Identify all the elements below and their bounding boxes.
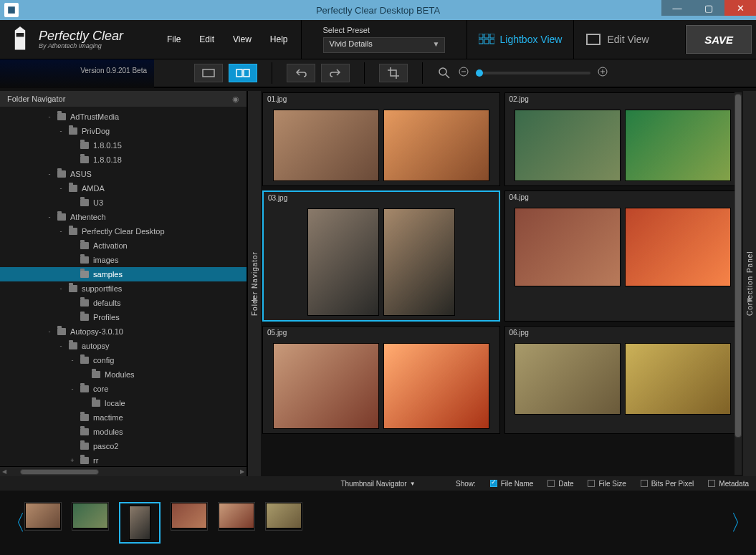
tree-item[interactable]: 1.8.0.18: [0, 153, 247, 167]
tree-item[interactable]: -config: [0, 353, 247, 367]
image-cell[interactable]: 04.jpg: [504, 190, 742, 322]
tree-item[interactable]: -PrivDog: [0, 124, 247, 138]
tree-item[interactable]: -autopsy: [0, 339, 247, 353]
main-menu: FileEditViewHelp: [154, 20, 301, 59]
edit-view-group: Edit View: [573, 20, 660, 59]
tree-item[interactable]: Profiles: [0, 310, 247, 324]
strip-thumb[interactable]: [119, 502, 161, 544]
folder-tree[interactable]: -AdTrustMedia-PrivDog1.8.0.151.8.0.18-AS…: [0, 107, 247, 466]
show-option[interactable]: Metadata: [708, 480, 749, 488]
undo-button[interactable]: [287, 64, 315, 82]
zoom-out-button[interactable]: [457, 67, 470, 79]
tree-item[interactable]: -AMDA: [0, 181, 247, 196]
single-layout-button[interactable]: [194, 64, 223, 82]
tree-item[interactable]: +rr: [0, 453, 247, 466]
tree-item[interactable]: images: [0, 253, 247, 267]
tree-item[interactable]: -AdTrustMedia: [0, 110, 247, 124]
folder-panel: Folder Navigator ◉ -AdTrustMedia-PrivDog…: [0, 91, 248, 476]
svg-point-2: [18, 29, 21, 32]
header: Perfectly Clear By Athentech Imaging Fil…: [0, 20, 756, 59]
thumbnail-navigator-toggle[interactable]: Thumbnail Navigator▼: [340, 480, 415, 488]
correction-panel-strip[interactable]: ◀ Correction Panel: [743, 91, 756, 476]
preset-select[interactable]: Vivid Details: [323, 37, 445, 53]
show-label: Show:: [456, 480, 476, 488]
menu-edit[interactable]: Edit: [199, 34, 214, 44]
strip-prev-button[interactable]: 〈: [4, 508, 26, 538]
svg-point-13: [439, 68, 446, 75]
tree-item[interactable]: U3: [0, 196, 247, 210]
svg-rect-12: [244, 69, 249, 77]
menu-file[interactable]: File: [167, 34, 181, 44]
menu-view[interactable]: View: [233, 34, 252, 44]
split-layout-button[interactable]: [229, 64, 257, 82]
tree-item[interactable]: -Autopsy-3.0.10: [0, 324, 247, 339]
titlebar: Perfectly Clear Desktop BETA — ▢ ✕: [0, 0, 756, 20]
strip-thumb[interactable]: [265, 502, 302, 531]
menu-help[interactable]: Help: [270, 34, 288, 44]
brand-name: Perfectly Clear: [39, 29, 123, 42]
image-cell[interactable]: 02.jpg: [504, 92, 742, 186]
tree-item[interactable]: defaults: [0, 296, 247, 310]
show-option[interactable]: Date: [547, 480, 573, 488]
show-option[interactable]: Bits Per Pixel: [641, 480, 694, 488]
tree-item[interactable]: -ASUS: [0, 167, 247, 181]
app-icon: [4, 3, 19, 17]
tree-item[interactable]: -Perfectly Clear Desktop: [0, 224, 247, 238]
view-buttons: Lightbox View: [466, 20, 574, 59]
svg-rect-0: [8, 6, 15, 14]
svg-rect-10: [203, 69, 214, 77]
tree-item[interactable]: samples: [0, 267, 247, 281]
footer: Thumbnail Navigator▼ Show: File NameDate…: [0, 476, 756, 555]
minimize-button[interactable]: —: [661, 0, 693, 16]
main-area: Folder Navigator ◉ -AdTrustMedia-PrivDog…: [0, 91, 756, 476]
maximize-button[interactable]: ▢: [693, 0, 724, 16]
show-option[interactable]: File Size: [588, 480, 626, 488]
svg-rect-9: [587, 34, 600, 44]
tree-item[interactable]: -core: [0, 382, 247, 396]
lightbox-view-button[interactable]: Lightbox View: [479, 34, 563, 45]
save-button[interactable]: SAVE: [685, 25, 752, 54]
image-cell[interactable]: 06.jpg: [504, 326, 742, 434]
close-button[interactable]: ✕: [724, 0, 756, 16]
folder-panel-header: Folder Navigator ◉: [0, 91, 247, 107]
thumbnail-strip: 〈 〉: [0, 491, 756, 555]
grid-icon: [479, 34, 494, 45]
tree-item[interactable]: locale: [0, 396, 247, 410]
tree-scrollbar[interactable]: ◀ ▶: [0, 466, 247, 476]
strip-thumb[interactable]: [72, 502, 109, 531]
strip-thumb[interactable]: [24, 502, 62, 531]
tree-item[interactable]: -Athentech: [0, 210, 247, 224]
refresh-icon[interactable]: ◉: [232, 95, 239, 104]
tree-item[interactable]: modules: [0, 425, 247, 439]
svg-rect-6: [479, 39, 483, 44]
zoom-icon: [437, 67, 451, 79]
zoom-slider[interactable]: [476, 72, 590, 74]
image-grid: 01.jpg02.jpg03.jpg04.jpg05.jpg06.jpg: [261, 91, 743, 476]
edit-view-button[interactable]: Edit View: [585, 34, 649, 45]
tree-item[interactable]: pasco2: [0, 439, 247, 453]
single-icon: [585, 34, 601, 45]
folder-navigator-strip[interactable]: ◀ Folder Navigator: [248, 91, 261, 476]
footer-bar: Thumbnail Navigator▼ Show: File NameDate…: [0, 476, 756, 491]
show-option[interactable]: File Name: [490, 480, 534, 488]
image-cell[interactable]: 01.jpg: [262, 92, 500, 186]
image-cell[interactable]: 05.jpg: [262, 326, 500, 434]
tree-item[interactable]: Modules: [0, 367, 247, 382]
image-cell[interactable]: 03.jpg: [262, 190, 500, 322]
strip-thumb[interactable]: [171, 502, 208, 531]
tree-item[interactable]: Activation: [0, 238, 247, 253]
zoom-in-button[interactable]: [596, 67, 609, 79]
strip-thumb[interactable]: [218, 502, 255, 531]
grid-scrollbar[interactable]: [735, 92, 742, 475]
svg-rect-7: [484, 39, 489, 44]
tree-item[interactable]: -supportfiles: [0, 281, 247, 296]
crop-button[interactable]: [379, 64, 408, 82]
tree-item[interactable]: 1.8.0.15: [0, 138, 247, 153]
redo-button[interactable]: [321, 64, 350, 82]
tree-item[interactable]: mactime: [0, 410, 247, 425]
svg-rect-5: [490, 34, 494, 38]
svg-rect-1: [16, 33, 24, 37]
window-title: Perfectly Clear Desktop BETA: [0, 5, 756, 16]
version-label: Version 0.9.201 Beta: [0, 59, 154, 88]
strip-next-button[interactable]: 〉: [730, 508, 752, 538]
